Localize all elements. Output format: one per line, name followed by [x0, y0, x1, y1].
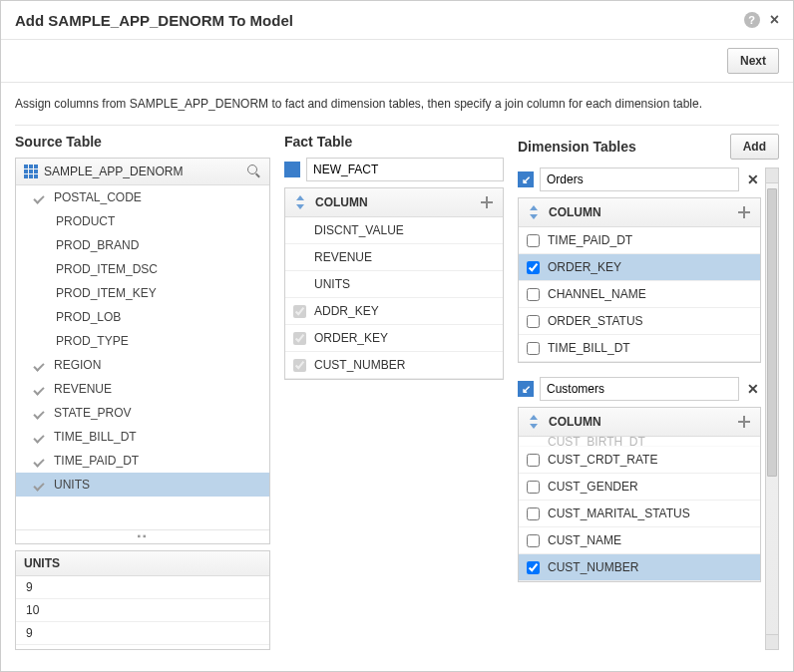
dimension-name-input[interactable]: [540, 377, 739, 401]
scrollbar-thumb[interactable]: [767, 188, 777, 477]
join-checkbox[interactable]: [527, 481, 540, 494]
join-checkbox[interactable]: [527, 507, 540, 520]
sort-icon[interactable]: [293, 195, 307, 209]
dimension-column-row[interactable]: CUST_GENDER: [519, 474, 760, 501]
source-column-label: PROD_LOB: [56, 310, 121, 324]
dimension-column-row[interactable]: CHANNEL_NAME: [519, 281, 760, 308]
toolbar: Next: [1, 40, 793, 83]
join-checkbox[interactable]: [527, 234, 540, 247]
source-column-list[interactable]: POSTAL_CODEPRODUCTPROD_BRANDPROD_ITEM_DS…: [16, 185, 269, 529]
source-column-row[interactable]: PROD_TYPE: [16, 329, 269, 353]
dimension-column-row[interactable]: CUST_CRDT_RATE: [519, 447, 760, 474]
join-checkbox[interactable]: [293, 305, 306, 318]
source-column-row[interactable]: PROD_ITEM_KEY: [16, 281, 269, 305]
source-column-row[interactable]: STATE_PROV: [16, 401, 269, 425]
source-column-row[interactable]: PRODUCT: [16, 209, 269, 233]
fact-column-row[interactable]: UNITS: [285, 271, 503, 298]
fact-name-input[interactable]: [306, 158, 504, 181]
dialog-description: Assign columns from SAMPLE_APP_DENORM to…: [1, 83, 793, 125]
source-column-label: UNITS: [54, 478, 90, 492]
dimension-column-label: CUST_NUMBER: [548, 560, 638, 574]
source-column-row[interactable]: TIME_PAID_DT: [16, 449, 269, 473]
source-column-label: STATE_PROV: [54, 406, 132, 420]
checkmark-icon: [32, 190, 46, 204]
source-column-label: TIME_BILL_DT: [54, 430, 137, 444]
preview-title: UNITS: [16, 551, 269, 576]
help-icon[interactable]: ?: [744, 12, 760, 28]
source-column-row[interactable]: PROD_LOB: [16, 305, 269, 329]
source-column-row[interactable]: PROD_ITEM_DSC: [16, 257, 269, 281]
checkmark-icon: [32, 406, 46, 420]
section-title-fact: Fact Table: [284, 134, 352, 150]
fact-column-label: CUST_NUMBER: [314, 358, 405, 372]
checkmark-icon: [32, 478, 46, 492]
add-column-icon[interactable]: [736, 204, 752, 220]
add-dimension-button[interactable]: Add: [730, 134, 779, 160]
sort-icon[interactable]: [527, 415, 541, 429]
checkmark-icon: [32, 430, 46, 444]
source-column-row[interactable]: POSTAL_CODE: [16, 185, 269, 209]
remove-dimension-icon[interactable]: ✕: [745, 381, 761, 397]
source-column-row[interactable]: TIME_BILL_DT: [16, 425, 269, 449]
join-checkbox[interactable]: [527, 288, 540, 301]
preview-values[interactable]: 9109: [16, 576, 269, 649]
fact-column-row[interactable]: ORDER_KEY: [285, 325, 503, 352]
join-checkbox[interactable]: [293, 359, 306, 372]
fact-column-row[interactable]: ADDR_KEY: [285, 298, 503, 325]
fact-column-row[interactable]: CUST_NUMBER: [285, 352, 503, 379]
column-header: COLUMN: [315, 195, 471, 209]
dimension-column-label: CUST_NAME: [548, 533, 621, 547]
dimension-name-input[interactable]: [540, 168, 739, 191]
source-column-row[interactable]: UNITS: [16, 473, 269, 497]
resize-handle[interactable]: ▪▪: [16, 529, 269, 543]
dimension-column-label: CUST_CRDT_RATE: [548, 453, 657, 467]
dimension-column-row[interactable]: CUST_MARITAL_STATUS: [519, 501, 760, 527]
join-checkbox[interactable]: [527, 261, 540, 274]
join-checkbox[interactable]: [527, 561, 540, 574]
dimension-column-row[interactable]: CUST_BIRTH_DT: [519, 437, 760, 447]
dimension-column-label: TIME_PAID_DT: [548, 233, 632, 247]
source-column-label: REGION: [54, 358, 101, 372]
source-column-row[interactable]: PROD_BRAND: [16, 233, 269, 257]
join-checkbox[interactable]: [527, 534, 540, 547]
dimension-column-row[interactable]: ORDER_KEY: [519, 254, 760, 281]
join-checkbox[interactable]: [293, 332, 306, 345]
add-column-icon[interactable]: [479, 194, 495, 210]
add-column-icon[interactable]: [736, 414, 752, 430]
source-column-label: REVENUE: [54, 382, 112, 396]
dimension-column-label: CHANNEL_NAME: [548, 287, 646, 301]
dimension-column-label: ORDER_KEY: [548, 260, 621, 274]
next-button[interactable]: Next: [727, 48, 779, 74]
fact-column-row[interactable]: DISCNT_VALUE: [285, 217, 503, 244]
source-panel: SAMPLE_APP_DENORM POSTAL_CODEPRODUCTPROD…: [15, 158, 270, 544]
remove-dimension-icon[interactable]: ✕: [745, 171, 761, 187]
dimension-column-row[interactable]: ORDER_STATUS: [519, 308, 760, 335]
close-icon[interactable]: ×: [770, 11, 779, 29]
join-checkbox[interactable]: [527, 342, 540, 355]
join-checkbox[interactable]: [527, 315, 540, 328]
dimension-column-row[interactable]: TIME_BILL_DT: [519, 335, 760, 362]
scrollbar[interactable]: [765, 168, 779, 650]
dimension-column-row[interactable]: CUST_NUMBER: [519, 554, 760, 581]
dimension-icon: [518, 381, 534, 397]
fact-column-row[interactable]: REVENUE: [285, 244, 503, 271]
section-title-dim: Dimension Tables: [518, 139, 636, 155]
preview-row: 10: [16, 599, 269, 622]
fact-column-label: ORDER_KEY: [314, 331, 388, 345]
checkmark-icon: [32, 454, 46, 468]
sort-icon[interactable]: [527, 205, 541, 219]
section-title-source: Source Table: [15, 134, 102, 150]
fact-column-label: DISCNT_VALUE: [314, 223, 404, 237]
join-checkbox[interactable]: [527, 454, 540, 467]
preview-row: 9: [16, 576, 269, 599]
dimension-column-row[interactable]: TIME_PAID_DT: [519, 227, 760, 254]
preview-row: 9: [16, 622, 269, 645]
dimension-column-label: TIME_BILL_DT: [548, 341, 630, 355]
source-column-row[interactable]: REGION: [16, 353, 269, 377]
fact-table-icon: [284, 162, 300, 177]
source-column-row[interactable]: REVENUE: [16, 377, 269, 401]
search-icon[interactable]: [247, 165, 261, 178]
source-table-name: SAMPLE_APP_DENORM: [44, 165, 241, 178]
source-column-label: PROD_ITEM_KEY: [56, 286, 157, 300]
dimension-column-row[interactable]: CUST_NAME: [519, 527, 760, 554]
